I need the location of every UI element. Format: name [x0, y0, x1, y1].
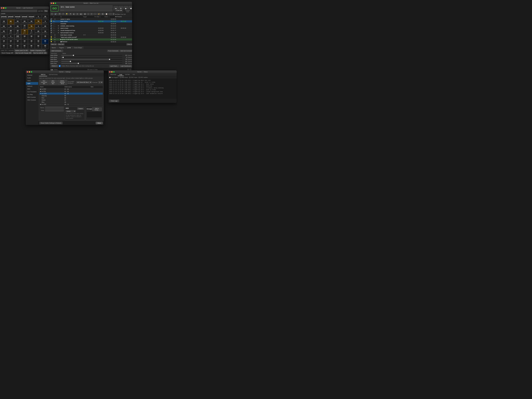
stop2-btn[interactable]: ⏹	[83, 13, 87, 15]
cell-side-slr[interactable]: 28 side SLR...	[14, 24, 21, 29]
cell-bx-inten1[interactable]: 20 bx.Intensi...	[35, 29, 42, 34]
levels-slider[interactable]	[61, 57, 122, 58]
osc-replies-checkbox[interactable]	[139, 77, 140, 78]
cell-bx-2[interactable]: 18 2	[28, 34, 35, 39]
table-row[interactable]: 🎬 10-6 ⊙ leaf animation texture 00:00.00…	[50, 32, 132, 34]
levels-slider[interactable]	[61, 63, 122, 64]
cell-side-sra[interactable]: 79 side SR.A...	[21, 29, 28, 34]
osc-input-checkbox[interactable]	[129, 77, 130, 78]
prune-commands-btn[interactable]: Prune Commands	[107, 50, 119, 52]
cell-sides-whl[interactable]: 20 sides.Whl...	[0, 24, 7, 29]
sidebar-item-midi-controls[interactable]: MIDI Controls	[26, 96, 38, 99]
play2-btn[interactable]: ▶‖	[79, 13, 83, 15]
tab-active-cues[interactable]: 0 Active Cues	[123, 9, 132, 13]
tab-basics[interactable]: Basics	[51, 46, 57, 49]
tab-cue-lists[interactable]: 2 Cue Lists	[114, 9, 123, 13]
misc5-btn[interactable]: ⏻	[101, 13, 104, 15]
revert-changes-btn[interactable]: Revert Changes ⌘R	[1, 52, 14, 54]
info-icon[interactable]: ⓘ	[130, 69, 131, 70]
fullscreen-btn[interactable]	[5, 7, 6, 9]
expand-btn[interactable]: Expand	[128, 57, 132, 58]
cell-bx-3[interactable]: 18 3	[35, 34, 42, 39]
sidebar-item-video[interactable]: Video	[26, 79, 38, 82]
cell-bx-12[interactable]: 60 12	[0, 44, 7, 49]
collate-checkbox[interactable]	[59, 65, 61, 67]
fullscreen-btn-mcl[interactable]	[55, 2, 56, 4]
cell-all-intensity[interactable]: (mixed) all.Intensity	[0, 15, 7, 20]
done-btn[interactable]: Done	[96, 122, 103, 124]
cell-all-green[interactable]: (mixed) all.Green	[21, 15, 28, 20]
cell-side-srr[interactable]: 28 side SR.R...	[7, 29, 14, 34]
table-row[interactable]: Green 67	[39, 99, 103, 101]
add-command-btn[interactable]: Add Command...	[51, 50, 63, 52]
slider-thumb[interactable]	[109, 59, 110, 60]
channel-select[interactable]: 1	[98, 81, 103, 83]
sidebar-item-audio[interactable]: Audio	[26, 76, 38, 79]
reset-btn[interactable]: Reset Visible Settings to Defaults	[39, 122, 63, 124]
new-cart-btn[interactable]: New Cart	[57, 43, 64, 45]
close-btn-settings[interactable]	[27, 71, 28, 73]
list-item-presets[interactable]: ▶ Presets	[114, 15, 132, 18]
cell-bx-11[interactable]: 60 11	[42, 39, 49, 44]
expand-btn[interactable]: Expand	[128, 59, 132, 60]
copy-icon-btn[interactable]: ⎘	[51, 13, 53, 15]
cell-bx-blue[interactable]: 100 bx.Blue	[14, 34, 21, 39]
slider-thumb[interactable]	[78, 63, 79, 64]
close-btn[interactable]	[1, 7, 2, 9]
cell-sides-blue[interactable]: 79 sides.Blue	[35, 20, 42, 24]
slider-thumb[interactable]	[63, 57, 64, 58]
capture-btn[interactable]: Capture	[77, 108, 84, 110]
table-row[interactable]: Red 66	[39, 97, 103, 99]
new-cue-changes-btn[interactable]: New Cue with Changes ⌘N	[15, 52, 32, 54]
table-row[interactable]: 🔊 10-2 moonrise 10:00.00	[50, 23, 132, 25]
close-btn-mcl[interactable]	[51, 2, 52, 4]
close-btn-status[interactable]	[109, 71, 111, 73]
update-originating-btn[interactable]: Update 0 Originating Cues	[29, 50, 46, 51]
cell-bx-10[interactable]: 18 10	[35, 39, 42, 44]
sidebar-item-key-map[interactable]: Key Map	[26, 93, 38, 96]
midi-input-checkbox[interactable]	[120, 77, 121, 78]
minimize-btn-mcl[interactable]	[53, 2, 54, 4]
table-row[interactable]: 💡 50 ◼ blackout 00:06.00	[50, 41, 132, 43]
slider-thumb[interactable]	[70, 61, 71, 62]
tiles-button[interactable]: Tiles	[44, 10, 48, 12]
table-row[interactable]: 💡 10-1 base scene 00:00.00 00:05.00 00:0…	[50, 20, 132, 23]
cell-all-intensi2[interactable]: (mixed) all.Intensi...	[7, 15, 14, 20]
cell-side-sra2[interactable]: 3 side SR.A...	[28, 29, 35, 34]
clear-list-btn[interactable]: Clear List	[127, 43, 132, 45]
cell-side-sla[interactable]: 20 side SL.A...	[42, 24, 49, 29]
cell-bx-4[interactable]: 18 4	[42, 34, 49, 39]
table-row[interactable]: ▶ bx DSL 61 - 64	[39, 90, 103, 93]
tool-icon-btn[interactable]: ▶	[73, 13, 75, 15]
cell-bx-6[interactable]: 18 6	[7, 39, 14, 44]
cell-all-white[interactable]: 20 all.White	[42, 15, 49, 20]
table-row[interactable]: 🔊 10 scene 1.1 atmo 10:00.00	[50, 18, 132, 20]
tab-definitions[interactable]: DEFINITIONS	[47, 73, 59, 76]
note-input[interactable]	[45, 109, 64, 112]
expand-btn[interactable]: Expand	[128, 61, 132, 62]
misc4-btn[interactable]: ⚡	[97, 13, 101, 15]
new-list-btn[interactable]: New List	[51, 43, 57, 45]
expand-btn[interactable]: Expand	[128, 55, 132, 56]
levels-slider[interactable]	[61, 58, 122, 60]
cell-bx-inten2[interactable]: 10 bx.Intensi...	[42, 29, 49, 34]
edit-btn[interactable]: Edit	[51, 69, 53, 70]
table-row[interactable]: 🎬 10-5 ⊙ clouds background loop 00:00.00…	[50, 29, 132, 32]
table-row[interactable]: 💡 40 ▶ ghost of old hamlet enters 01:15.…	[50, 38, 132, 41]
table-row[interactable]: Intensity 65	[39, 95, 103, 97]
cell-bx-13[interactable]: 60 13	[7, 44, 14, 49]
cell-fcool[interactable]: 60 f cool	[7, 20, 14, 24]
tab-patch[interactable]: PATCH	[39, 73, 47, 76]
go-button[interactable]: GO	[51, 5, 58, 12]
sidebar-item-midi[interactable]: MIDI	[26, 88, 38, 90]
tab-info[interactable]: Info	[131, 73, 136, 76]
fullscreen-btn-status[interactable]	[113, 71, 114, 73]
minimize-btn-settings[interactable]	[29, 71, 30, 73]
levels-slider[interactable]	[61, 61, 122, 62]
clear-logs-btn[interactable]: Clear Logs	[109, 100, 119, 102]
settings-icon-btn[interactable]: ⚙	[76, 13, 79, 15]
light-dashboard-btn[interactable]: Light Dashboard...	[120, 65, 132, 67]
update-latest-btn[interactable]: Update Latest Cue ⌘U	[14, 50, 29, 51]
cell-bx-7[interactable]: 18 7	[14, 39, 21, 44]
minimize-btn[interactable]	[3, 7, 4, 9]
